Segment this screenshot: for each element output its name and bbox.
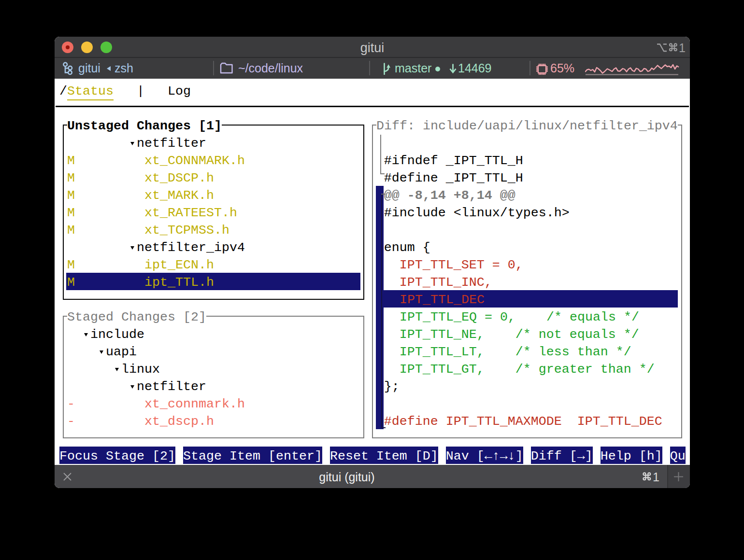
- svg-text:1: 1: [653, 472, 659, 482]
- svg-text:1: 1: [679, 42, 686, 53]
